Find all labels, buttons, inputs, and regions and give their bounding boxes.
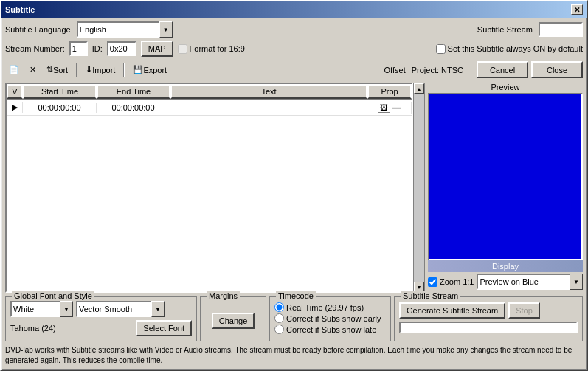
- main-window: Subtitle ✕ Subtitle Language English ▼ S…: [0, 0, 588, 371]
- font-style-select[interactable]: Vector Smooth Anti-Aliased Normal: [76, 301, 165, 317]
- always-on-checkbox[interactable]: [436, 44, 446, 54]
- margins-group: Margins Change: [200, 296, 266, 341]
- table-container: V Start Time End Time Text Prop ▶ 00:00:…: [5, 83, 413, 293]
- font-style-group: Global Font and Style White Yellow Red ▼: [5, 296, 197, 341]
- always-on-text: Set this Subtitle always ON by default: [448, 44, 583, 53]
- sort-label: Sort: [53, 66, 68, 74]
- format-checkbox-label: Format for 16:9: [178, 44, 245, 54]
- timecode-radio3-label: Correct if Subs show late: [274, 325, 386, 334]
- language-select-wrapper: English ▼: [77, 21, 173, 38]
- info-text: DVD-lab works with Subtitle streams like…: [5, 345, 583, 366]
- timecode-radio2[interactable]: [274, 313, 284, 323]
- preview-area: [428, 93, 583, 260]
- export-icon: 💾: [133, 65, 143, 74]
- td-end: 00:00:00:00: [97, 103, 170, 113]
- timecode-inner: Real Time (29.97 fps) Correct if Subs sh…: [274, 302, 386, 334]
- second-row: Stream Number: ID: MAP Format for 16:9 S…: [5, 41, 583, 57]
- td-start: 00:00:00:00: [23, 103, 97, 113]
- toolbar-sep1: [76, 63, 77, 77]
- table-row[interactable]: ▶ 00:00:00:00 00:00:00:00 🖼 —: [7, 100, 412, 116]
- delete-button[interactable]: ✕: [26, 62, 40, 78]
- vertical-scrollbar[interactable]: ▲ ▼: [413, 83, 425, 293]
- import-label: Import: [92, 66, 115, 74]
- subtitle-stream-label: Subtitle Stream: [477, 25, 533, 34]
- toolbar-row: 📄 ✕ ⇅ Sort ⬇ Import 💾 Export Offset Proj…: [5, 60, 583, 80]
- cancel-button[interactable]: Cancel: [477, 61, 528, 78]
- timecode-radio3[interactable]: [274, 325, 284, 334]
- margins-change-button[interactable]: Change: [212, 313, 255, 329]
- project-label: Project: NTSC: [412, 66, 463, 74]
- scroll-track: [414, 94, 424, 282]
- preview-on-select[interactable]: Preview on Blue Preview on Black Preview…: [477, 274, 583, 290]
- window-title: Subtitle: [5, 5, 35, 14]
- font-style-inner: White Yellow Red ▼ Vector Smooth Anti-Al…: [10, 301, 192, 336]
- timecode-option2: Correct if Subs show early: [286, 314, 381, 323]
- col-header-end: End Time: [97, 84, 170, 99]
- font-row1: White Yellow Red ▼ Vector Smooth Anti-Al…: [10, 301, 192, 317]
- col-header-v: V: [7, 84, 23, 99]
- stream-number-input[interactable]: [69, 41, 88, 56]
- sort-icon: ⇅: [46, 65, 53, 74]
- generate-stream-button[interactable]: Generate Subtitle Stream: [399, 302, 505, 319]
- subtitle-stream-title: Subtitle Stream: [401, 291, 460, 300]
- preview-header: Preview: [428, 83, 583, 91]
- timecode-group: Timecode Real Time (29.97 fps) Correct i…: [269, 296, 391, 341]
- stop-stream-button[interactable]: Stop: [508, 302, 540, 319]
- window-close-button[interactable]: ✕: [571, 4, 583, 15]
- import-icon: ⬇: [86, 65, 92, 74]
- col-header-text: Text: [170, 84, 367, 99]
- color-select[interactable]: White Yellow Red: [10, 301, 73, 317]
- offset-label: Offset: [384, 66, 406, 74]
- font-style-title: Global Font and Style: [12, 291, 94, 300]
- right-panel: Preview Display Zoom 1:1 Preview on Blue…: [428, 83, 583, 293]
- subtitle-language-label: Subtitle Language: [5, 25, 71, 34]
- margins-content: Change: [212, 313, 255, 329]
- table-body[interactable]: ▶ 00:00:00:00 00:00:00:00 🖼 —: [7, 100, 412, 291]
- timecode-title: Timecode: [276, 291, 316, 300]
- table-header: V Start Time End Time Text Prop: [7, 84, 412, 100]
- new-button[interactable]: 📄: [5, 62, 23, 78]
- import-button[interactable]: ⬇ Import: [82, 62, 119, 78]
- toolbar-sep2: [123, 63, 125, 77]
- stream-buttons: Generate Subtitle Stream Stop: [399, 302, 578, 319]
- id-input[interactable]: [107, 41, 136, 56]
- scroll-up-button[interactable]: ▲: [414, 83, 424, 94]
- map-button[interactable]: MAP: [141, 41, 173, 57]
- always-on-label: Set this Subtitle always ON by default: [436, 44, 583, 54]
- zoom-label: Zoom 1:1: [440, 277, 474, 286]
- zoom-row: Zoom 1:1 Preview on Blue Preview on Blac…: [428, 274, 583, 290]
- zoom-checkbox[interactable]: [428, 277, 437, 287]
- top-row: Subtitle Language English ▼ Subtitle Str…: [5, 21, 583, 38]
- timecode-option3: Correct if Subs show late: [286, 325, 376, 334]
- language-select[interactable]: English: [77, 21, 173, 38]
- timecode-radio2-label: Correct if Subs show early: [274, 313, 386, 323]
- scroll-down-button[interactable]: ▼: [414, 282, 424, 292]
- content-area: Subtitle Language English ▼ Subtitle Str…: [1, 18, 587, 370]
- td-prop: 🖼 —: [367, 102, 412, 114]
- stream-number-label: Stream Number:: [5, 44, 65, 53]
- prop-delete-icon[interactable]: —: [392, 103, 401, 113]
- margins-title: Margins: [207, 291, 240, 300]
- prop-edit-icon[interactable]: 🖼: [378, 103, 390, 113]
- format-label: Format for 16:9: [190, 44, 245, 53]
- subtitle-stream-input[interactable]: [539, 22, 583, 37]
- select-font-button[interactable]: Select Font: [136, 320, 192, 336]
- sort-button[interactable]: ⇅ Sort: [43, 62, 72, 78]
- timecode-radio1-label: Real Time (29.97 fps): [274, 302, 386, 312]
- font-style-select-wrapper: Vector Smooth Anti-Aliased Normal ▼: [76, 301, 165, 317]
- format-checkbox[interactable]: [178, 44, 187, 54]
- timecode-radio1[interactable]: [274, 302, 284, 312]
- td-text: [170, 107, 367, 108]
- close-button[interactable]: Close: [531, 61, 583, 78]
- bottom-row1: Global Font and Style White Yellow Red ▼: [5, 296, 583, 341]
- font-name-text: Tahoma (24): [10, 324, 131, 333]
- display-label: Display: [428, 260, 583, 272]
- id-label: ID:: [92, 44, 103, 53]
- title-bar: Subtitle ✕: [1, 1, 587, 18]
- color-select-wrapper: White Yellow Red ▼: [10, 301, 73, 317]
- left-content: V Start Time End Time Text Prop ▶ 00:00:…: [5, 83, 425, 293]
- font-row2: Tahoma (24) Select Font: [10, 320, 192, 336]
- export-button[interactable]: 💾 Export: [129, 62, 170, 78]
- delete-icon: ✕: [30, 65, 36, 74]
- subtitle-stream-group: Subtitle Stream Generate Subtitle Stream…: [394, 296, 583, 341]
